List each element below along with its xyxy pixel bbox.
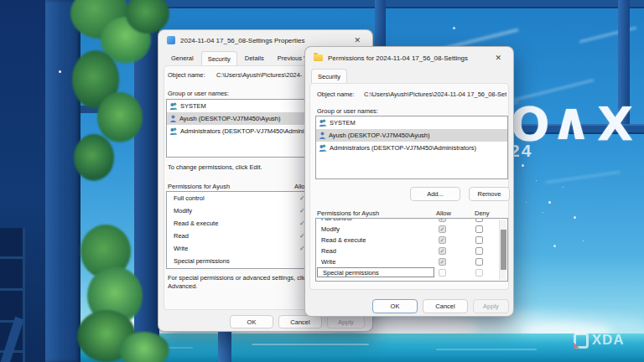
group-user-names-label: Group or user names: [317, 107, 378, 115]
cancel-button[interactable]: Cancel [423, 299, 468, 313]
apply-button[interactable]: Apply [327, 315, 365, 328]
permission-row[interactable]: Modify [316, 224, 507, 235]
sparkle [59, 70, 61, 73]
close-icon[interactable]: ✕ [491, 53, 505, 63]
ok-button[interactable]: OK [230, 315, 273, 328]
xda-watermark: XDA [574, 332, 625, 349]
sea-streak [252, 344, 369, 345]
apply-button[interactable]: Apply [473, 299, 509, 313]
tab-security[interactable]: Security [311, 69, 347, 83]
wallpaper-letter: X [597, 101, 633, 147]
edit-hint: To change permissions, click Edit. [168, 163, 262, 172]
foliage [119, 332, 169, 362]
permission-row[interactable]: Full control [316, 218, 507, 224]
sea-streak [436, 349, 537, 350]
group-icon [319, 144, 327, 152]
object-name-value: C:\Users\Ayush\Pictures\2024-11-04 17_56… [364, 90, 506, 98]
wallpaper-letter: ∧ [550, 96, 592, 147]
object-name-label: Object name: [317, 90, 355, 98]
window-title: 2024-11-04 17_56_08-Settings Properties [180, 37, 351, 44]
permission-row[interactable]: Read [316, 246, 507, 256]
vertical-scrollbar[interactable] [499, 220, 506, 280]
tab-general[interactable]: General [165, 51, 200, 65]
deny-checkbox[interactable] [475, 269, 483, 277]
remove-button[interactable]: Remove [469, 187, 510, 201]
focus-rectangle: Special permissions [317, 267, 434, 277]
group-user-names-label: Group or user names: [168, 90, 229, 97]
window-frame-post [45, 0, 80, 362]
desktop: O ∧ X 24 XDA 2024-11-04 17_56_08-Setting… [0, 0, 644, 362]
folder-icon [314, 54, 323, 61]
user-icon [319, 132, 326, 139]
close-icon[interactable]: ✕ [351, 35, 364, 45]
permissions-list[interactable]: Full control Modify Read & execute Read [315, 218, 508, 282]
group-icon [169, 127, 178, 135]
list-item-selected[interactable]: Ayush (DESKTOP-VJ7M450\Ayush) [316, 129, 507, 142]
permission-row[interactable]: Read & execute [316, 235, 507, 246]
deny-checkbox[interactable] [475, 218, 483, 222]
permissions-dialog: Permissions for 2024-11-04 17_56_08-Sett… [304, 46, 514, 317]
list-item[interactable]: Administrators (DESKTOP-VJ7M450\Administ… [316, 142, 507, 154]
railing-post [218, 328, 231, 362]
group-icon [169, 102, 178, 110]
allow-checkbox[interactable] [439, 258, 446, 266]
foliage [74, 134, 114, 181]
allow-checkbox[interactable] [439, 218, 446, 222]
permissions-header: Permissions for Ayush [168, 183, 230, 190]
deny-checkbox[interactable] [475, 258, 483, 266]
window-title: Permissions for 2024-11-04 17_56_08-Sett… [328, 54, 491, 62]
deny-checkbox[interactable] [475, 236, 483, 244]
allow-checkbox[interactable] [439, 225, 446, 233]
tab-details[interactable]: Details [239, 51, 270, 65]
allow-checkbox[interactable] [439, 269, 446, 277]
object-name-label: Object name: [168, 71, 205, 79]
deny-column-header: Deny [475, 209, 490, 217]
ok-button[interactable]: OK [372, 299, 418, 313]
list-item[interactable]: SYSTEM [316, 116, 507, 129]
tab-strip: Security [311, 69, 347, 83]
scrollbar-thumb[interactable] [501, 230, 506, 270]
permissions-header: Permissions for Ayush [317, 209, 379, 217]
image-file-icon [167, 36, 175, 44]
sparkles [522, 164, 524, 167]
deny-checkbox[interactable] [475, 225, 483, 233]
allow-checkbox[interactable] [439, 247, 446, 255]
xda-logo-icon [574, 333, 589, 349]
user-icon [169, 115, 177, 122]
sparkle [453, 27, 455, 29]
permission-row[interactable]: Write [316, 256, 507, 267]
object-name-value: C:\Users\Ayush\Pictures\2024- [216, 71, 302, 79]
group-user-list[interactable]: SYSTEM Ayush (DESKTOP-VJ7M450\Ayush) Adm… [315, 116, 508, 179]
permission-row-focused[interactable]: Special permissions [316, 267, 507, 278]
tab-security[interactable]: Security [201, 51, 237, 65]
security-tab-page: Object name: C:\Users\Ayush\Pictures\202… [309, 83, 509, 290]
add-button[interactable]: Add... [410, 187, 460, 201]
foliage [97, 92, 143, 142]
deny-checkbox[interactable] [475, 247, 483, 255]
allow-checkbox[interactable] [439, 236, 446, 244]
allow-column-header: Allow [436, 209, 451, 217]
group-icon [319, 119, 327, 127]
cancel-button[interactable]: Cancel [278, 315, 322, 328]
titlebar[interactable]: Permissions for 2024-11-04 17_56_08-Sett… [305, 47, 513, 69]
